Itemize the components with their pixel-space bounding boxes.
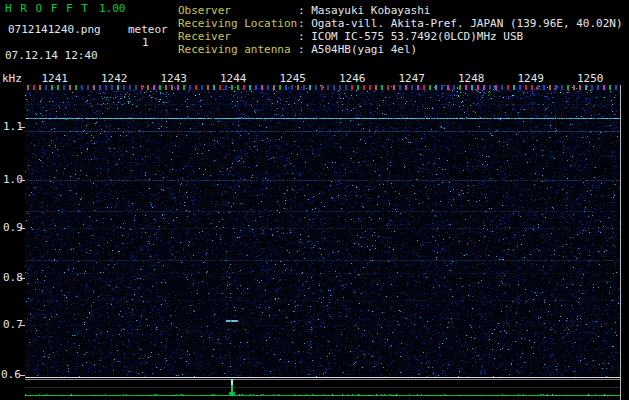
y-axis-tick-mark [20, 375, 25, 376]
y-axis-unit-label: kHz [2, 73, 22, 85]
x-axis-tick-label: 1248 [442, 73, 502, 85]
info-label: Receiving antenna [178, 43, 298, 56]
x-axis-tick-label: 1245 [263, 73, 323, 85]
info-row-receiving-antenna: Receiving antenna: A504HB(yagi 4el) [178, 43, 623, 56]
x-axis-tick-label: 1243 [144, 73, 204, 85]
info-label: Receiving Location [178, 17, 298, 30]
hrofft-output-screen: H R O F F T 1.00 0712141240.png meteor 1… [0, 0, 629, 400]
x-axis-tick-label: 1249 [501, 73, 561, 85]
info-row-receiving-location: Receiving Location: Ogata-vill. Akita-Pr… [178, 17, 623, 30]
info-row-observer: Observer: Masayuki Kobayashi [178, 4, 623, 17]
output-filename: 0712141240.png [8, 24, 101, 36]
info-label: Receiver [178, 30, 298, 43]
x-axis-tick-label: 1242 [85, 73, 145, 85]
info-row-receiver: Receiver: ICOM IC-575 53.7492(0LCD)MHz U… [178, 30, 623, 43]
meteor-counter-label: meteor [128, 24, 168, 36]
spectrogram-canvas [25, 85, 620, 377]
x-axis-tick-label: 1247 [382, 73, 442, 85]
info-separator: : [298, 17, 311, 30]
x-axis-tick-label: 1244 [204, 73, 264, 85]
observation-info-block: Observer: Masayuki KobayashiReceiving Lo… [178, 4, 623, 56]
x-axis-tick-label: 1246 [323, 73, 383, 85]
info-label: Observer [178, 4, 298, 17]
info-value: Ogata-vill. Akita-Pref. JAPAN (139.96E, … [311, 17, 622, 30]
info-value: A504HB(yagi 4el) [311, 43, 417, 56]
x-axis-labels-row: 1241124212431244124512461247124812491250 [25, 73, 620, 85]
app-title: H R O F F T [5, 3, 89, 15]
y-axis-tick-mark [20, 325, 25, 326]
info-value: Masayuki Kobayashi [311, 4, 430, 17]
info-separator: : [298, 4, 311, 17]
x-axis-tick-label: 1241 [25, 73, 85, 85]
info-separator: : [298, 30, 311, 43]
y-axis-tick-label: 0.6 [1, 369, 21, 381]
y-axis-tick-mark [20, 228, 25, 229]
x-axis-tick-label: 1250 [561, 73, 621, 85]
y-axis-tick-mark [20, 180, 25, 181]
observation-datetime: 07.12.14 12:40 [5, 50, 98, 62]
app-version: 1.00 [99, 3, 126, 15]
y-axis-tick-mark [20, 127, 25, 128]
signal-level-strip-canvas [25, 377, 620, 400]
plot-right-border [620, 85, 621, 400]
info-separator: : [298, 43, 311, 56]
y-axis-tick-mark [20, 278, 25, 279]
info-value: ICOM IC-575 53.7492(0LCD)MHz USB [311, 30, 523, 43]
meteor-counter-value: 1 [142, 37, 149, 49]
